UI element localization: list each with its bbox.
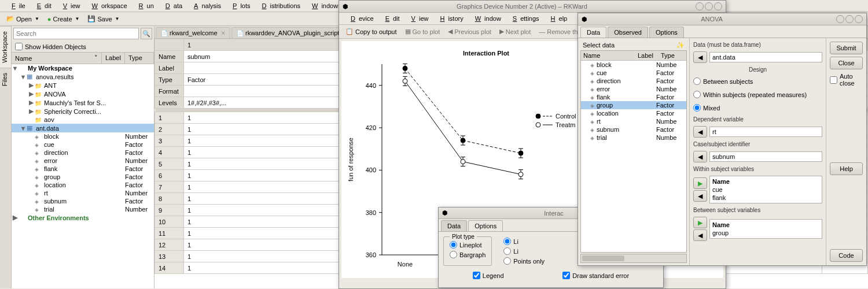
menu-window[interactable]: Window	[468, 14, 505, 23]
submit-button[interactable]: Submit	[830, 42, 863, 54]
arrow-left-button[interactable]: ◀	[693, 151, 707, 162]
tree-row[interactable]: groupFactor	[12, 173, 154, 181]
arrow-right-button[interactable]: ▶	[693, 177, 707, 189]
tree-row[interactable]: locationFactor	[12, 181, 154, 189]
minimize-button[interactable]	[696, 2, 704, 10]
arrow-left-button[interactable]: ◀	[693, 190, 707, 202]
var-row[interactable]: blockNumbe	[581, 61, 686, 69]
tree-row[interactable]: ▶Other Environments	[12, 213, 154, 222]
list-item[interactable]: group	[711, 229, 821, 237]
tree-row[interactable]: ▼ant.data	[12, 124, 154, 132]
autoclose-checkbox[interactable]	[830, 76, 837, 84]
arrow-left-button[interactable]: ◀	[693, 51, 707, 63]
side-tab-workspace[interactable]: Workspace	[0, 26, 11, 68]
var-row[interactable]: rtNumbe	[581, 117, 686, 125]
between-list[interactable]: Name group	[709, 219, 822, 239]
tab-options[interactable]: Options	[649, 27, 684, 38]
minimize-button[interactable]	[836, 15, 844, 23]
li-radio[interactable]	[503, 238, 511, 245]
menu-file[interactable]: File	[5, 1, 29, 10]
show-hidden-checkbox[interactable]	[15, 43, 23, 50]
close-button[interactable]	[714, 2, 722, 10]
copy-output-button[interactable]: 📋Copy to output	[343, 26, 400, 37]
draw-se-checkbox[interactable]	[562, 272, 570, 279]
menu-edit[interactable]: Edit	[30, 1, 55, 10]
menu-workspace[interactable]: Workspace	[85, 1, 131, 10]
tree-row[interactable]: ▶ANOVA	[12, 90, 154, 98]
tree-row[interactable]: errorNumber	[12, 157, 154, 165]
open-button[interactable]: 📂Open▼	[3, 13, 42, 24]
arrow-left-button[interactable]: ◀	[693, 126, 707, 138]
tree-row[interactable]: ▼My Workspace	[12, 64, 154, 72]
tree-row[interactable]: ▶ANT	[12, 81, 154, 90]
close-button[interactable]	[855, 15, 863, 23]
anova-titlebar[interactable]: ⬢ ANOVA	[578, 13, 866, 25]
next-plot-button[interactable]: ▶Next plot	[496, 26, 534, 37]
tree-row[interactable]: aov	[12, 116, 154, 124]
points-only-radio[interactable]	[503, 257, 511, 265]
var-row[interactable]: locationFactor	[581, 109, 686, 117]
remove-plot-button[interactable]: —Remove thi	[536, 27, 582, 37]
menu-view[interactable]: View	[404, 14, 432, 23]
tree-row[interactable]: cueFactor	[12, 140, 154, 149]
mixed-radio[interactable]	[693, 104, 701, 112]
list-item[interactable]: flank	[711, 194, 821, 202]
menu-analysis[interactable]: Analysis	[187, 1, 225, 10]
help-button[interactable]: Help	[830, 162, 863, 175]
scrollbar[interactable]	[580, 254, 687, 263]
menu-help[interactable]: Help	[544, 14, 571, 23]
tab-data[interactable]: Data	[441, 220, 467, 231]
tree-row[interactable]: blockNumber	[12, 132, 154, 140]
dependent-input[interactable]	[709, 127, 822, 137]
li2-radio[interactable]	[503, 247, 511, 255]
var-row[interactable]: trialNumbe	[581, 134, 686, 142]
tree-row[interactable]: trialNumber	[12, 205, 154, 213]
lineplot-radio[interactable]	[450, 241, 457, 249]
arrow-right-button[interactable]: ▶	[693, 217, 707, 228]
side-tab-files[interactable]: Files	[0, 68, 11, 91]
tree-row[interactable]: ▶Mauchly's Test for S...	[12, 98, 154, 107]
data-input[interactable]	[709, 52, 822, 62]
var-row[interactable]: subnumFactor	[581, 125, 686, 134]
menu-history[interactable]: History	[433, 14, 466, 23]
maximize-button[interactable]	[845, 15, 854, 23]
var-row[interactable]: flankFactor	[581, 93, 686, 101]
menu-edit[interactable]: Edit	[378, 14, 403, 23]
tree-row[interactable]: ▼anova.results	[12, 72, 154, 81]
between-radio[interactable]	[693, 77, 701, 85]
var-row[interactable]: errorNumbe	[581, 85, 686, 93]
menu-view[interactable]: View	[56, 1, 84, 10]
tree-row[interactable]: flankFactor	[12, 165, 154, 173]
tree-row[interactable]: ▶Sphericity Correcti...	[12, 107, 154, 116]
arrow-left-button[interactable]: ◀	[693, 229, 707, 241]
tab-data[interactable]: Data	[580, 27, 606, 38]
code-button[interactable]: Code	[830, 249, 863, 262]
tab-observed[interactable]: Observed	[608, 27, 648, 38]
legend-checkbox[interactable]	[473, 272, 480, 279]
save-button[interactable]: 💾Save▼	[84, 13, 122, 24]
wand-icon[interactable]: ✨	[676, 42, 685, 49]
list-item[interactable]: cue	[711, 186, 821, 194]
var-row[interactable]: groupFactor	[581, 101, 686, 109]
menu-distributions[interactable]: Distributions	[255, 1, 304, 10]
close-button[interactable]: Close	[830, 57, 863, 69]
within-list[interactable]: Name cue flank	[709, 176, 822, 203]
sort-icon[interactable]: ˅	[94, 54, 98, 62]
tree-row[interactable]: rtNumber	[12, 189, 154, 197]
var-row[interactable]: directionFactor	[581, 77, 686, 85]
case-input[interactable]	[709, 151, 822, 162]
within-radio[interactable]	[693, 91, 701, 98]
menu-device[interactable]: Device	[344, 14, 377, 23]
maximize-button[interactable]	[705, 2, 713, 10]
menu-run[interactable]: Run	[132, 1, 157, 10]
graphics-titlebar[interactable]: ⬢ Graphics Device Number 2 (Active) – RK…	[339, 1, 726, 13]
prev-plot-button[interactable]: ◀Previous plot	[445, 26, 494, 37]
close-icon[interactable]: ×	[222, 29, 225, 36]
menu-settings[interactable]: Settings	[506, 14, 543, 23]
var-row[interactable]: cueFactor	[581, 69, 686, 77]
editor-tab[interactable]: rkward_welcome×	[156, 27, 230, 38]
tree-row[interactable]: subnumFactor	[12, 197, 154, 205]
tab-options[interactable]: Options	[468, 220, 503, 231]
tree-row[interactable]: directionFactor	[12, 149, 154, 157]
bargraph-radio[interactable]	[450, 251, 457, 258]
